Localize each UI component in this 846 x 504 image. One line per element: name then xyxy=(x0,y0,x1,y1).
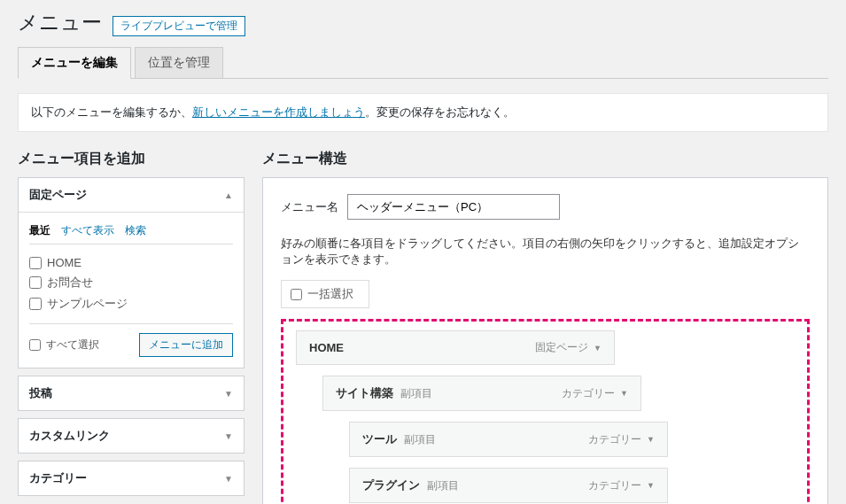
panel-category-label: カテゴリー xyxy=(29,470,87,486)
select-all-toggle[interactable]: すべて選択 xyxy=(29,337,99,353)
chevron-down-icon: ▼ xyxy=(647,435,655,444)
menu-item-type: カテゴリー ▼ xyxy=(562,386,628,401)
notice-suffix: 。変更の保存をお忘れなく。 xyxy=(365,105,515,119)
page-checkbox[interactable] xyxy=(29,257,42,269)
pages-tab-search[interactable]: 検索 xyxy=(125,223,146,240)
list-item[interactable]: HOME xyxy=(29,253,233,272)
pages-tab-recent[interactable]: 最近 xyxy=(29,223,50,240)
menu-item-type: カテゴリー ▼ xyxy=(588,478,655,493)
page-item-label: お問合せ xyxy=(47,275,93,291)
panel-pages-header[interactable]: 固定ページ ▲ xyxy=(19,178,244,213)
notice-prefix: 以下のメニューを編集するか、 xyxy=(31,105,192,119)
menu-item-title: ツール xyxy=(362,432,397,446)
panel-custom-link: カスタムリンク ▼ xyxy=(18,418,244,454)
panel-custom-link-header[interactable]: カスタムリンク ▼ xyxy=(19,419,244,453)
menu-item-subtype: 副項目 xyxy=(427,479,459,492)
bulk-select-label: 一括選択 xyxy=(307,286,353,302)
menu-name-label: メニュー名 xyxy=(281,199,338,215)
add-to-menu-button[interactable]: メニューに追加 xyxy=(139,333,233,357)
menu-item-title: プラグイン xyxy=(362,478,420,492)
menu-item[interactable]: HOME固定ページ ▼ xyxy=(296,330,615,365)
structure-title: メニュー構造 xyxy=(262,150,828,168)
page-checkbox[interactable] xyxy=(29,276,42,289)
bulk-select-checkbox[interactable] xyxy=(291,289,302,300)
menu-item-type: 固定ページ ▼ xyxy=(535,340,602,355)
create-menu-link[interactable]: 新しいメニューを作成しましょう xyxy=(192,105,365,119)
panel-category-header[interactable]: カテゴリー ▼ xyxy=(19,461,244,495)
menu-item[interactable]: サイト構築副項目カテゴリー ▼ xyxy=(322,376,641,411)
menu-item-subtype: 副項目 xyxy=(400,387,432,399)
chevron-up-icon: ▲ xyxy=(224,190,233,200)
page-checkbox[interactable] xyxy=(29,298,42,310)
panel-posts-label: 投稿 xyxy=(29,385,52,401)
chevron-down-icon: ▼ xyxy=(620,389,628,398)
menu-item-type: カテゴリー ▼ xyxy=(588,432,655,447)
panel-pages-label: 固定ページ xyxy=(29,187,87,203)
list-item[interactable]: お問合せ xyxy=(29,272,233,293)
chevron-down-icon: ▼ xyxy=(224,474,233,484)
select-all-checkbox[interactable] xyxy=(29,339,41,351)
panel-posts: 投稿 ▼ xyxy=(18,376,244,411)
panel-category: カテゴリー ▼ xyxy=(18,461,244,496)
menu-panel: メニュー名 好みの順番に各項目をドラッグしてください。項目の右側の矢印をクリック… xyxy=(262,177,828,504)
tab-edit-menus[interactable]: メニューを編集 xyxy=(18,47,131,79)
chevron-down-icon: ▼ xyxy=(224,431,233,441)
page-item-label: サンプルページ xyxy=(47,296,128,312)
menu-item-subtype: 副項目 xyxy=(404,433,436,446)
menu-item[interactable]: ツール副項目カテゴリー ▼ xyxy=(349,422,668,457)
panel-pages: 固定ページ ▲ 最近 すべて表示 検索 HOME お問合せ サンプルページ xyxy=(18,177,244,368)
chevron-down-icon: ▼ xyxy=(594,344,602,353)
menu-items-highlight: HOME固定ページ ▼サイト構築副項目カテゴリー ▼ツール副項目カテゴリー ▼プ… xyxy=(281,319,810,504)
sidebar-title: メニュー項目を追加 xyxy=(18,150,244,168)
tab-manage-locations[interactable]: 位置を管理 xyxy=(135,47,223,78)
chevron-down-icon: ▼ xyxy=(647,481,655,490)
chevron-down-icon: ▼ xyxy=(224,389,233,399)
menu-name-input[interactable] xyxy=(347,194,560,220)
bulk-select-toggle[interactable]: 一括選択 xyxy=(281,280,369,308)
page-title: メニュー xyxy=(18,9,102,36)
structure-hint: 好みの順番に各項目をドラッグしてください。項目の右側の矢印をクリックすると、追加… xyxy=(281,236,810,268)
menu-item[interactable]: プラグイン副項目カテゴリー ▼ xyxy=(349,468,668,503)
page-item-label: HOME xyxy=(47,256,81,269)
list-item[interactable]: サンプルページ xyxy=(29,293,233,314)
pages-tab-all[interactable]: すべて表示 xyxy=(61,223,114,240)
panel-posts-header[interactable]: 投稿 ▼ xyxy=(19,376,244,410)
notice-bar: 以下のメニューを編集するか、新しいメニューを作成しましょう。変更の保存をお忘れな… xyxy=(18,93,828,132)
live-preview-button[interactable]: ライブプレビューで管理 xyxy=(113,16,245,36)
nav-tabs: メニューを編集 位置を管理 xyxy=(18,47,828,79)
menu-item-title: サイト構築 xyxy=(336,386,393,399)
menu-item-title: HOME xyxy=(309,341,344,354)
select-all-label: すべて選択 xyxy=(46,337,99,353)
panel-custom-link-label: カスタムリンク xyxy=(29,428,110,444)
